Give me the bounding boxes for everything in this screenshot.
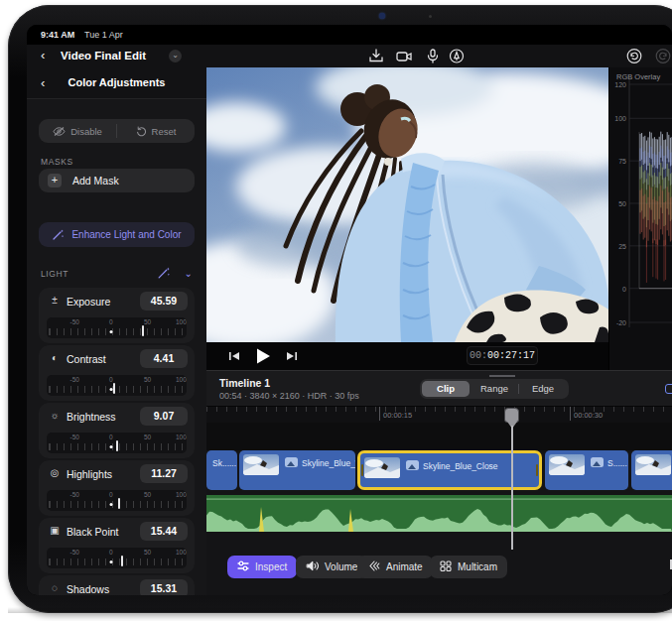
ipad-device-frame: 9:41 AM Tue 1 Apr ‹ Video Final Edit ⌄ <box>8 5 672 613</box>
timeline-panel: Timeline 1 00:54 · 3840 × 2160 · HDR · 3… <box>206 370 672 595</box>
timeline-clip[interactable] <box>631 450 672 490</box>
param-highlights: ◎Highlights11.27-50050100 <box>39 460 195 516</box>
play-icon[interactable] <box>253 346 273 366</box>
undo-icon[interactable] <box>625 48 643 64</box>
sensor-dot-icon <box>429 15 432 18</box>
media-icon <box>591 457 604 467</box>
camera-icon[interactable] <box>395 48 413 64</box>
ipad-screen: 9:41 AM Tue 1 Apr ‹ Video Final Edit ⌄ <box>27 25 672 595</box>
app-toolbar: ‹ Video Final Edit ⌄ <box>27 45 672 67</box>
animate-button[interactable]: Animate <box>357 556 433 578</box>
inspect-label: Inspect <box>255 561 287 572</box>
highlights-label: Highlights <box>67 468 112 480</box>
multicam-label: Multicam <box>458 561 497 572</box>
timeline-clip[interactable]: Sk...... <box>206 450 237 490</box>
multicam-icon <box>440 560 452 573</box>
light-wand-icon[interactable] <box>157 266 171 280</box>
timeline-clip[interactable]: Skyline_Blue_Close <box>357 450 542 490</box>
eye-off-icon <box>53 126 66 137</box>
mode-range[interactable]: Range <box>470 381 518 397</box>
project-title-chevron-icon[interactable]: ⌄ <box>169 50 182 62</box>
clip-thumbnail <box>635 454 671 475</box>
exposure-slider[interactable]: -50050100 <box>47 317 187 338</box>
disable-button[interactable]: Disable <box>39 119 116 143</box>
redo-icon[interactable] <box>654 48 672 64</box>
timecode-value: 00:27:17 <box>487 350 535 361</box>
mic-icon[interactable] <box>424 48 442 64</box>
reset-label: Reset <box>152 126 177 137</box>
timecode-display[interactable]: 00:00:27:17 <box>467 346 538 365</box>
skip-back-icon[interactable] <box>226 348 242 364</box>
highlights-slider[interactable]: -50050100 <box>47 490 187 511</box>
rgb-overlay-scope: RGB Overlay 1201007550250-20 <box>608 67 672 370</box>
scope-tick-label: 120 <box>614 81 626 88</box>
param-brightness: ☼Brightness9.07-50050100 <box>39 403 195 458</box>
audio-waveform <box>206 495 672 532</box>
edit-mode-segment: ClipRangeEdge <box>420 379 569 399</box>
scope-tick-label: 50 <box>618 200 626 207</box>
project-title[interactable]: Video Final Edit <box>61 50 146 62</box>
light-collapse-chevron-icon[interactable]: ⌄ <box>185 268 193 279</box>
status-date: Tue 1 Apr <box>84 30 123 40</box>
volume-label: Volume <box>325 561 357 572</box>
shadows-icon: ◌ <box>49 582 61 593</box>
timeline-empty-track <box>206 423 672 450</box>
param-shadows: ◌Shadows15.31-50050100 <box>39 575 195 595</box>
video-preview[interactable] <box>206 67 608 342</box>
add-mask-label: Add Mask <box>72 175 119 186</box>
timecode-hours: 00: <box>470 350 487 361</box>
skip-forward-icon[interactable] <box>284 348 300 364</box>
contrast-value[interactable]: 4.41 <box>140 349 188 368</box>
exposure-value[interactable]: 45.59 <box>140 292 188 310</box>
back-chevron-icon[interactable]: ‹ <box>41 48 45 62</box>
clip-label: Sk...... <box>212 458 236 468</box>
trim-handle-left[interactable] <box>361 464 363 476</box>
scope-tick-label: 75 <box>618 158 626 165</box>
light-section-label: LIGHT <box>41 269 68 279</box>
timeline-ruler[interactable]: 00:00:1500:00:30 <box>206 406 672 423</box>
exposure-label: Exposure <box>67 296 110 308</box>
contrast-slider[interactable]: -50050100 <box>47 375 187 396</box>
timeline-clips-track: Sk......Skyline_Blue_WideSkyline_Blue_Cl… <box>206 450 672 490</box>
masks-section-label: MASKS <box>41 157 73 167</box>
timeline-name: Timeline 1 <box>219 377 270 389</box>
disable-reset-segment: Disable Reset <box>39 119 195 143</box>
mode-clip[interactable]: Clip <box>422 381 470 397</box>
front-camera-icon <box>379 13 385 19</box>
highlights-value[interactable]: 11.27 <box>140 464 188 483</box>
brightness-label: Brightness <box>67 411 116 423</box>
contrast-label: Contrast <box>67 353 106 365</box>
light-section-header: LIGHT ⌄ <box>27 266 206 282</box>
reset-icon <box>136 126 147 137</box>
status-time: 9:41 AM <box>41 30 74 40</box>
trim-handle-right[interactable] <box>536 464 538 476</box>
add-mask-button[interactable]: + Add Mask <box>39 169 195 192</box>
connect-clip-icon[interactable] <box>665 384 672 394</box>
import-icon[interactable] <box>367 48 385 64</box>
timeline-clip[interactable]: S...... <box>545 450 628 490</box>
black-point-value[interactable]: 15.44 <box>140 522 188 541</box>
multicam-button[interactable]: Multicam <box>430 556 507 578</box>
black-point-icon: ▣ <box>49 525 61 536</box>
brightness-slider[interactable]: -50050100 <box>47 433 187 453</box>
enhance-light-color-button[interactable]: Enhance Light and Color <box>39 222 195 247</box>
mode-edge[interactable]: Edge <box>519 381 567 397</box>
timeline-clip[interactable]: Skyline_Blue_Wide <box>239 450 355 490</box>
param-contrast: ◐Contrast4.41-50050100 <box>39 345 195 401</box>
audio-track[interactable] <box>206 495 672 532</box>
clip-label: Skyline_Blue_Wide <box>302 458 355 468</box>
shadows-value[interactable]: 15.31 <box>140 579 188 595</box>
brightness-value[interactable]: 9.07 <box>140 407 188 426</box>
pencil-tool-icon[interactable] <box>448 48 466 64</box>
highlights-icon: ◎ <box>49 467 61 478</box>
floor-shadow <box>8 607 672 613</box>
exposure-icon: ± <box>49 295 61 306</box>
inspect-button[interactable]: Inspect <box>227 556 297 578</box>
clip-label: S...... <box>607 458 627 468</box>
magic-wand-icon <box>52 228 65 241</box>
reset-button[interactable]: Reset <box>117 119 195 143</box>
black-point-slider[interactable]: -50050100 <box>47 548 187 568</box>
scope-tick-label: 25 <box>618 242 626 249</box>
shadows-label: Shadows <box>67 583 109 595</box>
color-adjustments-panel: ‹ Color Adjustments Disable Reset MAS <box>27 67 206 595</box>
